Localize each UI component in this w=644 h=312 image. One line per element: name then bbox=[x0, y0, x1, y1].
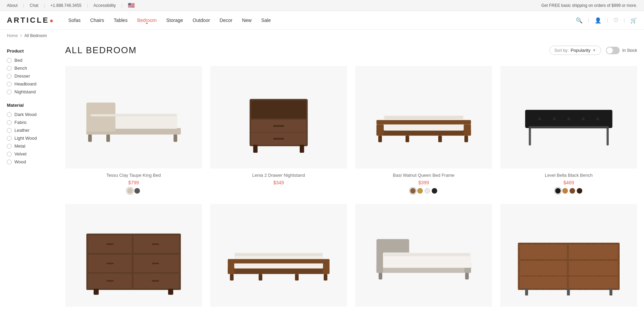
breadcrumb-home[interactable]: Home bbox=[7, 33, 18, 38]
filter-light-wood-radio[interactable] bbox=[7, 136, 12, 141]
filter-wood[interactable]: Wood bbox=[7, 159, 58, 164]
svg-rect-10 bbox=[273, 125, 284, 127]
cart-icon[interactable]: 🛒 bbox=[630, 17, 637, 24]
in-stock-toggle[interactable] bbox=[606, 47, 620, 54]
product-card-6[interactable]: Basi Walnut King Bed Frame $449 bbox=[210, 204, 347, 312]
filter-bench[interactable]: Bench bbox=[7, 66, 58, 71]
filter-metal[interactable]: Metal bbox=[7, 143, 58, 149]
svg-rect-19 bbox=[464, 125, 471, 136]
product-card-2[interactable]: Lenia 2 Drawer Nightstand $349 bbox=[210, 66, 347, 194]
svg-rect-21 bbox=[384, 116, 463, 119]
svg-rect-64 bbox=[377, 262, 383, 273]
filter-headboard-radio[interactable] bbox=[7, 82, 12, 86]
filter-leather[interactable]: Leather bbox=[7, 128, 58, 133]
swatch[interactable] bbox=[555, 188, 561, 194]
svg-rect-13 bbox=[253, 145, 258, 153]
swatch[interactable] bbox=[562, 188, 568, 194]
svg-rect-63 bbox=[377, 267, 471, 273]
svg-rect-24 bbox=[464, 136, 468, 142]
product-card-8[interactable]: Nera 6 Drawer Low Double Dresser $1199 bbox=[500, 204, 637, 312]
swatch[interactable] bbox=[417, 188, 423, 194]
product-name-3: Basi Walnut Queen Bed Frame bbox=[355, 173, 492, 178]
product-swatches-4 bbox=[500, 188, 637, 194]
filter-velvet-radio[interactable] bbox=[7, 152, 12, 157]
swatch[interactable] bbox=[134, 188, 140, 194]
nav-decor[interactable]: Decor bbox=[219, 18, 232, 23]
product-image-3 bbox=[355, 66, 492, 169]
svg-rect-58 bbox=[230, 274, 234, 280]
filter-bed-radio[interactable] bbox=[7, 58, 12, 63]
nav-new[interactable]: New bbox=[242, 18, 252, 23]
accessibility-link[interactable]: Accessibility bbox=[94, 3, 116, 8]
filter-headboard[interactable]: Headboard bbox=[7, 81, 58, 86]
product-card-5[interactable]: Lenia 6 Drawer Double Dresser $999 bbox=[65, 204, 202, 312]
filter-dark-wood-radio[interactable] bbox=[7, 112, 12, 117]
chat-link[interactable]: Chat bbox=[29, 3, 38, 8]
logo[interactable]: ARTICLE• bbox=[7, 16, 55, 25]
swatch[interactable] bbox=[570, 188, 575, 194]
filter-dresser-radio[interactable] bbox=[7, 74, 12, 79]
filter-velvet[interactable]: Velvet bbox=[7, 151, 58, 157]
about-link[interactable]: About bbox=[7, 3, 17, 8]
swatch[interactable] bbox=[425, 188, 430, 194]
product-card-3[interactable]: Basi Walnut Queen Bed Frame $399 bbox=[355, 66, 492, 194]
filter-wood-radio[interactable] bbox=[7, 160, 12, 164]
filter-bench-radio[interactable] bbox=[7, 66, 12, 71]
svg-rect-39 bbox=[106, 243, 114, 245]
filter-bed[interactable]: Bed bbox=[7, 58, 58, 63]
product-card-4[interactable]: Level Bella Black Bench $469 bbox=[500, 66, 637, 194]
product-image-8 bbox=[500, 204, 637, 307]
in-stock-toggle-wrapper: In Stock bbox=[606, 47, 637, 54]
swatch[interactable] bbox=[410, 188, 416, 194]
phone-link[interactable]: +1.888.746.3455 bbox=[50, 3, 81, 8]
filter-dark-wood[interactable]: Dark Wood bbox=[7, 112, 58, 117]
header: ARTICLE• Sofas Chairs Tables Bedroom Sto… bbox=[0, 11, 644, 30]
chevron-down-icon: ▼ bbox=[593, 48, 596, 52]
product-price-1: $799 bbox=[65, 180, 202, 185]
nav-bedroom[interactable]: Bedroom bbox=[137, 18, 157, 23]
svg-rect-26 bbox=[438, 136, 442, 142]
svg-rect-23 bbox=[378, 136, 382, 142]
account-icon[interactable]: 👤 bbox=[595, 17, 601, 24]
product-card-1[interactable]: Tessu Clay Taupe King Bed $799 bbox=[65, 66, 202, 194]
svg-rect-51 bbox=[168, 289, 173, 294]
swatch[interactable] bbox=[127, 188, 133, 194]
nav-sale[interactable]: Sale bbox=[261, 18, 271, 23]
nav-sofas[interactable]: Sofas bbox=[68, 18, 81, 23]
wishlist-icon[interactable]: ♡ bbox=[613, 17, 618, 24]
svg-rect-76 bbox=[520, 276, 567, 288]
product-card-7[interactable]: Tessu Glaze Gray Queen Bed $699 bbox=[355, 204, 492, 312]
filter-fabric-radio[interactable] bbox=[7, 120, 12, 125]
nav-chairs[interactable]: Chairs bbox=[90, 18, 104, 23]
product-name-8: Nera 6 Drawer Low Double Dresser bbox=[500, 311, 637, 312]
svg-rect-34 bbox=[529, 127, 531, 146]
product-image-1 bbox=[65, 66, 202, 169]
svg-rect-8 bbox=[251, 101, 306, 119]
filter-fabric[interactable]: Fabric bbox=[7, 120, 58, 125]
filter-leather-radio[interactable] bbox=[7, 128, 12, 133]
filter-nightstand-radio[interactable] bbox=[7, 90, 12, 94]
svg-rect-43 bbox=[106, 263, 114, 264]
swatch[interactable] bbox=[577, 188, 582, 194]
nav-outdoor[interactable]: Outdoor bbox=[193, 18, 210, 23]
shipping-message: Get FREE basic shipping on orders of $99… bbox=[541, 3, 637, 8]
product-swatches-3 bbox=[355, 188, 492, 194]
nav-tables[interactable]: Tables bbox=[114, 18, 127, 23]
main-content: ALL BEDROOM Sort by: Popularity ▼ In Sto… bbox=[65, 42, 637, 312]
filter-nightstand[interactable]: Nightstand bbox=[7, 89, 58, 94]
svg-rect-22 bbox=[377, 120, 471, 125]
nav-storage[interactable]: Storage bbox=[166, 18, 183, 23]
filter-dresser[interactable]: Dresser bbox=[7, 73, 58, 79]
svg-rect-53 bbox=[228, 263, 234, 274]
sort-select[interactable]: Sort by: Popularity ▼ bbox=[549, 46, 601, 55]
swatch[interactable] bbox=[432, 188, 437, 194]
svg-rect-14 bbox=[300, 145, 304, 153]
svg-rect-41 bbox=[152, 243, 159, 245]
search-icon[interactable]: 🔍 bbox=[576, 17, 583, 24]
filter-metal-radio[interactable] bbox=[7, 144, 12, 149]
svg-rect-54 bbox=[323, 263, 330, 274]
product-image-5 bbox=[65, 204, 202, 307]
filter-light-wood[interactable]: Light Wood bbox=[7, 136, 58, 141]
filter-group-product: Product Bed Bench Dresser Headboard Nigh… bbox=[7, 48, 58, 94]
svg-rect-74 bbox=[520, 261, 567, 275]
